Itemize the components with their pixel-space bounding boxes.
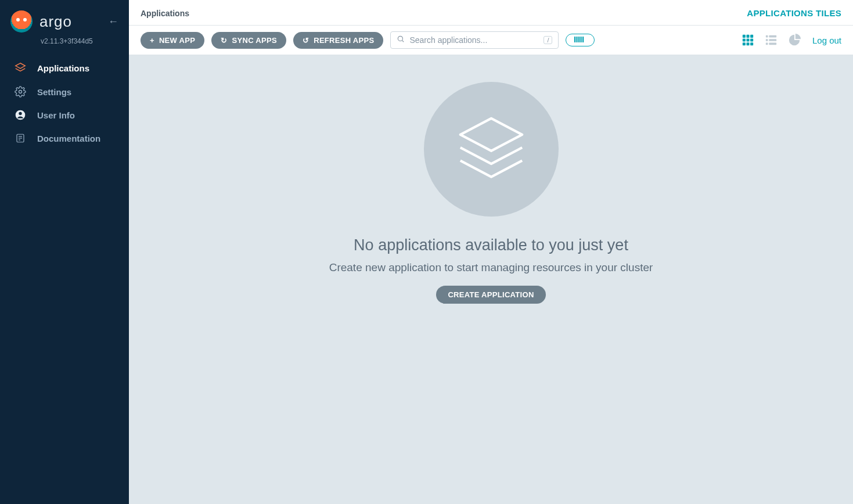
gear-icon bbox=[14, 86, 27, 98]
logo-row: argo ← bbox=[0, 0, 129, 36]
button-label: REFRESH APPS bbox=[314, 36, 374, 45]
brand-name: argo bbox=[39, 13, 72, 31]
sync-apps-button[interactable]: ↻ SYNC APPS bbox=[211, 32, 286, 49]
refresh-icon: ↺ bbox=[303, 36, 309, 45]
svg-rect-14 bbox=[582, 37, 584, 42]
svg-rect-25 bbox=[769, 35, 776, 38]
version-label: v2.11.3+3f344d5 bbox=[0, 36, 129, 56]
sidebar: argo ← v2.11.3+3f344d5 Applications Sett… bbox=[0, 0, 129, 504]
svg-line-9 bbox=[402, 40, 404, 42]
svg-rect-20 bbox=[750, 38, 753, 41]
argo-logo-icon bbox=[10, 10, 33, 33]
main: Applications APPLICATIONS TILES + NEW AP… bbox=[129, 0, 853, 504]
search-kbd-hint: / bbox=[544, 36, 552, 44]
sidebar-item-settings[interactable]: Settings bbox=[0, 80, 129, 103]
new-app-button[interactable]: + NEW APP bbox=[141, 32, 204, 49]
sidebar-item-applications[interactable]: Applications bbox=[0, 56, 129, 80]
svg-rect-23 bbox=[750, 42, 753, 45]
toolbar-right: Log out bbox=[742, 34, 841, 46]
applications-tiles-link[interactable]: APPLICATIONS TILES bbox=[747, 8, 841, 18]
plus-icon: + bbox=[150, 36, 154, 45]
layers-icon bbox=[14, 62, 27, 74]
breadcrumb: Applications bbox=[141, 9, 189, 18]
svg-rect-24 bbox=[766, 35, 768, 38]
svg-point-8 bbox=[398, 36, 403, 41]
svg-marker-0 bbox=[16, 63, 26, 69]
pie-view-icon[interactable] bbox=[788, 34, 801, 46]
search-container: / bbox=[390, 31, 559, 49]
sidebar-item-label: Documentation bbox=[37, 134, 100, 143]
sidebar-item-label: User Info bbox=[37, 110, 75, 120]
svg-rect-29 bbox=[769, 43, 776, 45]
tiles-view-icon[interactable] bbox=[742, 34, 754, 46]
svg-rect-19 bbox=[746, 38, 749, 41]
svg-rect-13 bbox=[581, 37, 582, 42]
create-application-button[interactable]: CREATE APPLICATION bbox=[436, 286, 545, 304]
search-input[interactable] bbox=[409, 35, 539, 45]
svg-rect-12 bbox=[578, 37, 580, 42]
empty-state-title: No applications available to you just ye… bbox=[354, 236, 628, 254]
sidebar-item-label: Applications bbox=[37, 63, 89, 73]
svg-marker-30 bbox=[460, 118, 521, 151]
view-icons bbox=[742, 34, 801, 46]
svg-rect-18 bbox=[743, 38, 746, 41]
refresh-apps-button[interactable]: ↺ REFRESH APPS bbox=[293, 32, 384, 49]
book-icon bbox=[14, 132, 27, 144]
svg-rect-17 bbox=[750, 35, 753, 38]
svg-rect-11 bbox=[577, 37, 578, 42]
toolbar: + NEW APP ↻ SYNC APPS ↺ REFRESH APPS / bbox=[129, 26, 853, 55]
svg-rect-26 bbox=[766, 39, 768, 41]
svg-rect-15 bbox=[743, 35, 746, 38]
svg-point-1 bbox=[19, 91, 22, 93]
filter-button[interactable] bbox=[566, 34, 595, 46]
sidebar-item-user-info[interactable]: User Info bbox=[0, 103, 129, 127]
stack-icon bbox=[451, 109, 532, 190]
header: Applications APPLICATIONS TILES bbox=[129, 0, 853, 26]
empty-state-subtitle: Create new application to start managing… bbox=[329, 261, 653, 274]
svg-rect-10 bbox=[574, 37, 575, 42]
list-view-icon[interactable] bbox=[765, 34, 778, 46]
collapse-sidebar-icon[interactable]: ← bbox=[108, 16, 118, 28]
svg-rect-28 bbox=[766, 43, 768, 45]
logout-link[interactable]: Log out bbox=[812, 35, 841, 45]
button-label: NEW APP bbox=[159, 36, 195, 45]
empty-state-illustration bbox=[424, 82, 559, 217]
sidebar-item-label: Settings bbox=[37, 87, 71, 97]
svg-rect-16 bbox=[746, 35, 749, 38]
empty-state: No applications available to you just ye… bbox=[129, 55, 853, 504]
svg-rect-22 bbox=[746, 42, 749, 45]
search-icon bbox=[397, 35, 405, 45]
filter-icon bbox=[574, 37, 586, 44]
sync-icon: ↻ bbox=[221, 36, 227, 45]
sidebar-item-documentation[interactable]: Documentation bbox=[0, 127, 129, 150]
svg-point-3 bbox=[19, 112, 21, 115]
svg-rect-27 bbox=[769, 39, 776, 41]
button-label: SYNC APPS bbox=[232, 36, 277, 45]
svg-rect-21 bbox=[743, 42, 746, 45]
user-circle-icon bbox=[14, 109, 27, 121]
